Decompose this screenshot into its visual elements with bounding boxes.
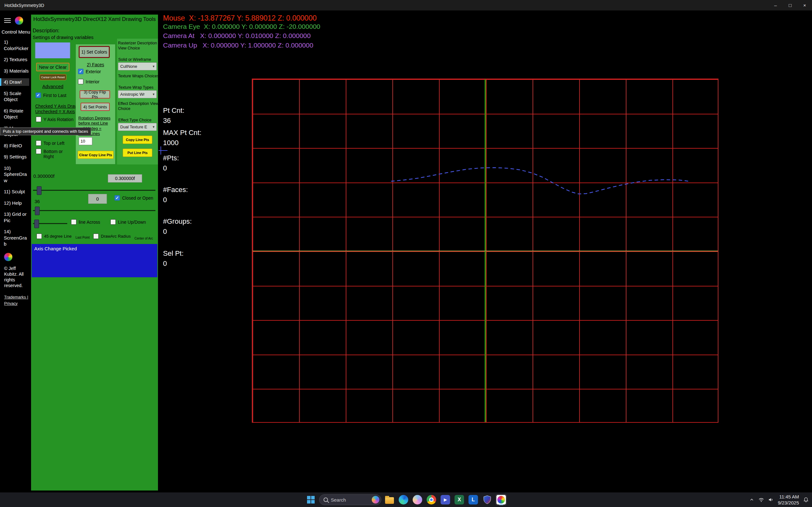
line-across-checkbox[interactable] <box>71 219 77 225</box>
clock-time: 11:45 AM <box>778 494 799 500</box>
texture-wrap-dropdown[interactable]: Anistropic Wr ▾ <box>118 90 157 98</box>
slider-thumb[interactable] <box>37 186 42 195</box>
count-slider[interactable] <box>33 210 155 211</box>
media-app-icon[interactable]: ▶ <box>440 494 451 505</box>
edge-icon[interactable] <box>398 494 409 505</box>
copy-flip-pts-button[interactable]: 3) Copy Flip Pts <box>80 90 110 99</box>
excel-icon[interactable]: X <box>454 494 465 505</box>
sidebar-item-settings[interactable]: 9) Settings <box>0 153 29 161</box>
put-line-pts-button[interactable]: Put Line Pts <box>123 149 152 157</box>
rotation-degrees-input[interactable]: 10 <box>79 137 92 145</box>
deg45-line-checkbox[interactable] <box>37 233 42 239</box>
sidebar-item-scale-object[interactable]: 5) Scale Object <box>0 90 29 103</box>
slider-thumb[interactable] <box>35 207 40 215</box>
texture-wraps-choices-label: Texture Wraps Choices <box>118 74 159 78</box>
stat-groups: #Groups: 0 <box>163 218 192 235</box>
privacy-link[interactable]: Privacy <box>4 301 18 306</box>
panel-title: Hot3dxSymmetry3D DirectX12 Xaml Drawing … <box>31 16 158 22</box>
stat-value: 36 <box>163 117 184 124</box>
tray-chevron-up-icon[interactable] <box>749 497 754 502</box>
stat-label: #Faces: <box>163 186 188 193</box>
sidebar-item-screengrab[interactable]: 14) ScreenGrab <box>0 228 29 248</box>
thickness-slider[interactable] <box>33 190 155 191</box>
volume-icon[interactable] <box>768 497 774 502</box>
start-button[interactable] <box>305 494 316 505</box>
security-shield-icon[interactable] <box>481 494 493 505</box>
hot3dx-app-icon[interactable] <box>496 494 507 505</box>
notification-bell-icon[interactable] <box>803 497 809 503</box>
copilot-icon[interactable] <box>412 494 423 505</box>
rasterizer-note-line2: View Choice <box>118 46 140 50</box>
set-colors-button[interactable]: 1) Set Colors <box>79 46 110 58</box>
cursor-crosshair <box>160 147 161 155</box>
camera-at-readout: Camera At X: 0.000000 Y: 0.010000 Z: 0.0… <box>163 32 310 40</box>
network-wifi-icon[interactable] <box>758 497 764 502</box>
first-to-last-checkbox[interactable] <box>36 93 41 98</box>
closed-or-open-checkbox[interactable] <box>114 195 120 201</box>
cursor-crosshair <box>159 150 167 151</box>
last-point-label: Last Point <box>75 236 90 239</box>
draw-arc-radius-checkbox[interactable] <box>93 233 99 239</box>
camera-up-readout: Camera Up X: 0.000000 Y: 1.000000 Z: 0.0… <box>163 42 313 49</box>
camera-eye-readout: Camera Eye X: 0.000000 Y: 0.000000 Z: -2… <box>163 23 320 31</box>
y-axis-note-line1: Checked Y Axis Draw <box>35 104 78 109</box>
app-logo-icon-bottom <box>4 253 12 261</box>
top-or-left-checkbox[interactable] <box>36 140 41 146</box>
line-slider[interactable] <box>33 223 67 224</box>
color-swatch[interactable] <box>35 43 70 58</box>
taskbar-search[interactable]: Search <box>319 494 381 505</box>
slider1-value-box[interactable]: 0.300000f <box>108 174 142 182</box>
effect-type-dropdown[interactable]: Dual Texture E ▾ <box>118 123 157 131</box>
description-subtitle: Settings of drawing variables <box>33 35 94 40</box>
chrome-icon[interactable] <box>426 494 437 505</box>
sidebar-nav: 1) ColorPicker 2) Textures 3) Materials … <box>0 38 31 248</box>
rotation-note-line2: before next Line <box>78 121 108 125</box>
stat-pts: #Pts: 0 <box>163 155 179 172</box>
y-axis-rotation-checkbox[interactable] <box>36 117 41 122</box>
sidebar-item-help[interactable]: 12) Help <box>0 199 29 207</box>
clock[interactable]: 11:45 AM 9/23/2025 <box>778 494 799 506</box>
drawing-grid-canvas[interactable] <box>252 78 718 423</box>
copyright-text: © Jeff Kubitz. All rights reserved. <box>4 266 30 289</box>
draw-arc-radius-label: DrawArc Radius <box>101 233 131 239</box>
copy-line-pts-button[interactable]: Copy Line Pts <box>123 135 152 144</box>
points-subpanel: 1) Set Colors 2) Faces Exterior Interior… <box>75 44 115 164</box>
sidebar-item-sculpt[interactable]: 11) Sculpt <box>0 188 29 195</box>
clear-copy-line-pts-button[interactable]: Clear Copy Line Pts <box>78 151 113 159</box>
mouse-coords-readout: Mouse X: -13.877267 Y: 5.889012 Z: 0.000… <box>163 14 316 22</box>
close-button[interactable]: × <box>798 0 812 10</box>
sidebar-item-textures[interactable]: 2) Textures <box>0 56 29 63</box>
cull-mode-value: CullNone <box>120 64 137 69</box>
slider-thumb[interactable] <box>34 220 39 228</box>
trademarks-link[interactable]: Trademarks | <box>4 295 28 299</box>
sidebar-item-colorpicker[interactable]: 1) ColorPicker <box>0 38 29 52</box>
stat-label: MAX Pt Cnt: <box>163 129 201 136</box>
exterior-checkbox[interactable] <box>78 69 84 74</box>
sidebar-item-grid-or-pic[interactable]: 13) Grid or Pic <box>0 210 29 224</box>
sidebar-item-rotate-object[interactable]: 6) Rotate Object <box>0 107 29 121</box>
interior-checkbox[interactable] <box>78 79 84 84</box>
faces-header: 2) Faces <box>76 62 115 67</box>
stat-value: 0 <box>163 228 192 235</box>
bottom-or-right-checkbox[interactable] <box>36 149 41 154</box>
hamburger-menu-icon[interactable] <box>4 18 11 23</box>
effect-desc-note-line1: Effect Description View <box>118 101 159 106</box>
line-up-down-checkbox[interactable] <box>110 219 116 225</box>
stat-value: 1000 <box>163 139 201 147</box>
sidebar-item-fileio[interactable]: 8) FileIO <box>0 142 29 150</box>
l-app-icon[interactable]: L <box>467 494 479 505</box>
set-points-button[interactable]: 4) Set Points <box>81 103 110 111</box>
points-value-box[interactable]: 0 <box>88 194 107 204</box>
clock-date: 9/23/2025 <box>778 500 799 506</box>
stat-value: 0 <box>163 165 179 172</box>
new-or-clear-button[interactable]: New or Clear <box>36 63 69 71</box>
sidebar-item-spheredraw[interactable]: 10) SphereDraw <box>0 164 29 184</box>
advanced-link[interactable]: Advanced <box>36 83 69 89</box>
sidebar-item-draw[interactable]: 4) Draw! <box>0 78 29 86</box>
minimize-button[interactable]: – <box>768 0 783 10</box>
sidebar-item-materials[interactable]: 3) Materials <box>0 67 29 75</box>
maximize-button[interactable]: □ <box>783 0 798 10</box>
cursor-lock-reset-button[interactable]: Cursor Lock Reset <box>40 74 66 80</box>
file-explorer-icon[interactable] <box>384 494 395 505</box>
cull-mode-dropdown[interactable]: CullNone ▾ <box>118 62 157 70</box>
